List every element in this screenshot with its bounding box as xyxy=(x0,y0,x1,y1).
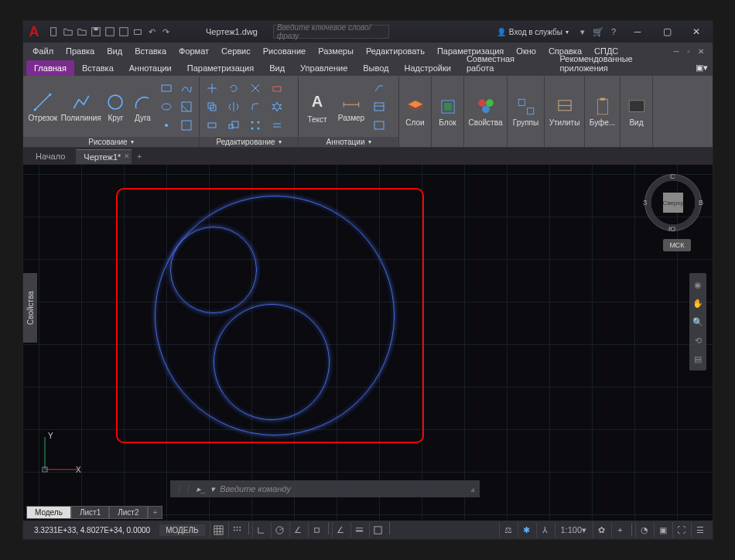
leader-icon[interactable] xyxy=(370,80,388,97)
menu-file[interactable]: Файл xyxy=(26,44,60,58)
tab-featured[interactable]: Рекомендованные приложения xyxy=(552,51,691,76)
array-icon[interactable] xyxy=(246,117,265,134)
trim-icon[interactable] xyxy=(246,80,265,97)
lineweight-icon[interactable] xyxy=(350,522,368,538)
zoom-icon[interactable]: 🔍 xyxy=(691,315,705,329)
spline-icon[interactable] xyxy=(177,80,196,97)
table-icon[interactable] xyxy=(370,98,388,115)
workspace-icon[interactable]: ✿ xyxy=(593,522,610,538)
hardware-accel-icon[interactable]: ◔ xyxy=(635,522,652,538)
annovisibility-icon[interactable]: ✱ xyxy=(518,522,535,538)
scale-button[interactable]: 1:100 ▾ xyxy=(555,522,591,538)
line-button[interactable]: Отрезок xyxy=(26,80,60,133)
menu-modify[interactable]: Редактировать xyxy=(360,44,431,58)
viewcube[interactable]: Сверху С Ю В З xyxy=(644,174,702,231)
minimize-button[interactable]: ─ xyxy=(623,21,652,43)
close-tab-icon[interactable]: ✕ xyxy=(124,152,130,160)
undo-icon[interactable]: ↶ xyxy=(145,26,158,38)
panel-annotation-title[interactable]: Аннотации▾ xyxy=(299,137,398,147)
menu-insert[interactable]: Вставка xyxy=(128,44,173,58)
copy-icon[interactable] xyxy=(203,98,221,115)
rotate-icon[interactable] xyxy=(224,80,243,97)
close-button[interactable]: ✕ xyxy=(682,21,711,43)
annoscale-icon[interactable]: ⚖ xyxy=(499,522,516,538)
utilities-button[interactable]: Утилиты xyxy=(548,86,582,138)
properties-palette-tab[interactable]: Свойства xyxy=(23,273,37,343)
pan-icon[interactable]: ✋ xyxy=(691,296,705,310)
fillet-icon[interactable] xyxy=(246,98,265,115)
mirror-icon[interactable] xyxy=(224,98,243,115)
cmd-resize-icon[interactable]: ▴ xyxy=(470,484,475,494)
erase-icon[interactable] xyxy=(268,80,286,97)
customize-status-icon[interactable]: ☰ xyxy=(691,522,708,538)
orbit-icon[interactable]: ⟲ xyxy=(691,333,705,347)
login-button[interactable]: 👤 Вход в службы ▾ xyxy=(492,28,573,36)
save-web-icon[interactable] xyxy=(118,26,130,38)
circle-bottom[interactable] xyxy=(214,304,330,420)
open-web-icon[interactable] xyxy=(76,26,88,38)
text-button[interactable]: A Текст xyxy=(302,80,333,133)
scale-icon[interactable] xyxy=(224,117,243,134)
tab-start[interactable]: Начало xyxy=(28,149,76,163)
open-icon[interactable] xyxy=(62,26,74,38)
command-line[interactable]: ⋮⋮ ▸_ ▾ Введите команду ▴ xyxy=(170,480,480,497)
cloud-icon[interactable] xyxy=(370,117,388,134)
tab-parametric[interactable]: Параметризация xyxy=(179,60,262,76)
tab-drawing1[interactable]: Чертеж1*✕ xyxy=(76,149,132,164)
menu-draw[interactable]: Рисование xyxy=(257,44,312,58)
circle-top-left[interactable] xyxy=(170,227,257,313)
model-space-button[interactable]: МОДЕЛЬ xyxy=(159,524,204,536)
layout-tab-model[interactable]: Модель xyxy=(26,506,71,519)
tab-annotate[interactable]: Аннотации xyxy=(121,60,179,76)
tab-output[interactable]: Вывод xyxy=(355,60,396,76)
transparency-icon[interactable] xyxy=(369,522,386,538)
wcs-badge[interactable]: МСК xyxy=(663,239,691,251)
help-icon[interactable]: ? xyxy=(607,26,620,38)
full-nav-wheel-icon[interactable]: ◉ xyxy=(691,278,705,292)
polyline-button[interactable]: Полилиния xyxy=(61,80,101,133)
otrack-icon[interactable]: ∠ xyxy=(332,522,349,538)
groups-button[interactable]: Группы xyxy=(511,86,541,138)
app-logo[interactable]: A xyxy=(23,21,45,43)
annoautoscale-icon[interactable]: ⅄ xyxy=(536,522,553,538)
move-icon[interactable] xyxy=(203,80,221,97)
clipboard-button[interactable]: Буфе... xyxy=(588,86,617,138)
menu-format[interactable]: Формат xyxy=(173,44,215,58)
cart-icon[interactable]: 🛒 xyxy=(592,26,604,38)
polar-icon[interactable] xyxy=(271,522,288,538)
cmd-customize-icon[interactable]: ▾ xyxy=(210,484,215,494)
layers-button[interactable]: Слои xyxy=(402,86,428,138)
menu-tools[interactable]: Сервис xyxy=(215,44,257,58)
clean-screen-icon[interactable]: ⛶ xyxy=(672,522,689,538)
drawing-canvas[interactable]: Свойства Сверху С Ю В З МСК ◉ ✋ 🔍 ⟲ ▤ Y … xyxy=(23,165,713,521)
panel-modify-title[interactable]: Редактирование▾ xyxy=(200,137,298,147)
save-icon[interactable] xyxy=(90,26,102,38)
maximize-button[interactable]: ▢ xyxy=(652,21,682,43)
osnap-icon[interactable] xyxy=(308,522,325,538)
circle-button[interactable]: Круг xyxy=(103,80,128,133)
point-icon[interactable] xyxy=(157,117,176,134)
new-icon[interactable] xyxy=(48,26,60,38)
arc-button[interactable]: Дуга xyxy=(130,80,156,133)
tab-home[interactable]: Главная xyxy=(26,60,74,76)
grid-toggle-icon[interactable] xyxy=(210,522,227,538)
ellipse-icon[interactable] xyxy=(157,98,176,115)
showmotion-icon[interactable]: ▤ xyxy=(691,352,705,366)
plot-icon[interactable] xyxy=(132,26,144,38)
menu-edit[interactable]: Правка xyxy=(60,44,101,58)
properties-button[interactable]: Свойства xyxy=(467,86,504,138)
isodraft-icon[interactable]: ∠ xyxy=(289,522,306,538)
panel-draw-title[interactable]: Рисование▾ xyxy=(23,137,199,147)
app-xchange-icon[interactable]: ▾ xyxy=(576,26,589,38)
search-input[interactable]: Введите ключевое слово/фразу xyxy=(273,25,389,39)
layout-tab-sheet2[interactable]: Лист2 xyxy=(109,506,147,519)
layout-add-button[interactable]: + xyxy=(148,506,163,519)
add-tab-button[interactable]: + xyxy=(132,152,147,161)
rectangle-icon[interactable] xyxy=(157,80,176,97)
coordinates-readout[interactable]: 3.3231E+33, 4.8027E+34, 0.0000 xyxy=(28,526,156,534)
offset-icon[interactable] xyxy=(268,117,286,134)
menu-dimension[interactable]: Размеры xyxy=(312,44,360,58)
explode-icon[interactable] xyxy=(268,98,286,115)
region-icon[interactable] xyxy=(177,117,196,134)
saveas-icon[interactable] xyxy=(104,26,116,38)
